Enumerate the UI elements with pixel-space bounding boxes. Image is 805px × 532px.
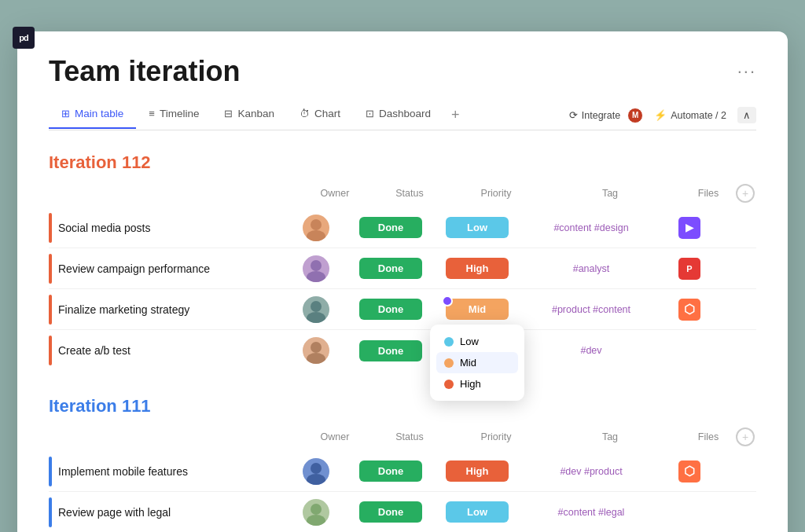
svg-point-5 xyxy=(307,312,325,323)
row-bar-orange xyxy=(49,213,52,243)
avatar xyxy=(303,296,329,323)
svg-point-2 xyxy=(311,260,322,271)
row-priority[interactable]: Mid Low Mid High xyxy=(434,299,520,320)
popup-item-low[interactable]: Low xyxy=(436,331,518,352)
status-badge: Done xyxy=(359,340,422,361)
table-row: Create a/b test Done Low #dev xyxy=(49,330,756,371)
avatar-m: M xyxy=(627,108,643,123)
row-priority[interactable]: Low xyxy=(434,501,520,523)
file-icon: ▶ xyxy=(678,217,700,239)
table-header-111: Owner Status Priority Tag Files + xyxy=(49,423,756,451)
tab-main-table[interactable]: ⊞ Main table xyxy=(49,101,136,129)
row-status[interactable]: Done xyxy=(347,501,434,523)
svg-point-10 xyxy=(311,504,322,515)
svg-point-9 xyxy=(307,474,325,485)
tag: #analyst xyxy=(573,263,610,274)
automate-button[interactable]: ⚡ Automate / 2 xyxy=(654,109,726,121)
task-name: Social media posts xyxy=(58,222,285,234)
iteration-111-header: Iteration 111 xyxy=(49,396,756,416)
row-tag: #content #legal xyxy=(520,507,662,518)
integrate-button[interactable]: ⟳ Integrate M xyxy=(569,108,643,123)
table-icon: ⊞ xyxy=(61,108,70,119)
priority-badge: High xyxy=(446,258,509,279)
col-tag-header: Tag xyxy=(539,188,681,199)
main-window: Team iteration ··· ⊞ Main table ≡ Timeli… xyxy=(17,31,788,532)
popup-item-mid[interactable]: Mid xyxy=(436,352,518,373)
popup-item-high[interactable]: High xyxy=(436,373,518,394)
col-tag-header: Tag xyxy=(539,431,681,442)
col-files-header: Files xyxy=(681,188,736,199)
priority-badge: High xyxy=(446,460,509,482)
col-status-header: Status xyxy=(366,188,453,199)
tag: #dev xyxy=(580,345,601,356)
avatar xyxy=(303,215,329,241)
svg-point-7 xyxy=(307,353,325,364)
row-bar-orange xyxy=(49,336,52,365)
iteration-111-section: Iteration 111 Owner Status Priority Tag … xyxy=(49,396,756,532)
priority-badge: Low xyxy=(446,501,509,523)
status-badge: Done xyxy=(359,299,422,320)
row-status[interactable]: Done xyxy=(347,460,434,482)
toolbar-right: ⟳ Integrate M ⚡ Automate / 2 ∧ xyxy=(569,107,756,123)
tab-main-table-label: Main table xyxy=(75,108,123,119)
row-owner xyxy=(285,337,347,364)
row-owner xyxy=(285,499,347,526)
row-owner xyxy=(285,255,347,282)
row-owner xyxy=(285,296,347,323)
tag: #dev #product xyxy=(560,466,622,477)
priority-popup: Low Mid High xyxy=(430,325,524,401)
col-add-header: + xyxy=(736,427,759,446)
task-name: Create a/b test xyxy=(58,344,285,357)
row-status[interactable]: Done xyxy=(347,258,434,279)
tab-add-button[interactable]: + xyxy=(443,101,468,130)
tab-chart-label: Chart xyxy=(314,108,340,119)
tag: #content #legal xyxy=(558,507,625,518)
more-button[interactable]: ··· xyxy=(737,61,756,82)
row-status[interactable]: Done xyxy=(347,340,434,361)
tab-dashboard-label: Dashboard xyxy=(379,108,431,119)
add-column-button-111[interactable]: + xyxy=(736,427,755,446)
tag: #content #design xyxy=(553,222,628,233)
row-tag: #product #content xyxy=(520,304,662,315)
app-logo: pd xyxy=(13,27,35,49)
add-column-button-112[interactable]: + xyxy=(736,184,755,203)
row-status[interactable]: Done xyxy=(347,217,434,238)
svg-point-4 xyxy=(311,301,322,312)
file-icon: ⬡ xyxy=(678,299,700,321)
dot-high xyxy=(444,380,454,389)
svg-point-1 xyxy=(307,230,325,241)
integrate-icon: ⟳ xyxy=(569,109,578,121)
dashboard-icon: ⊡ xyxy=(366,108,374,119)
col-owner-header: Owner xyxy=(303,431,366,442)
iteration-112-section: Iteration 112 Owner Status Priority Tag … xyxy=(49,152,756,371)
row-status[interactable]: Done xyxy=(347,299,434,320)
tab-kanban[interactable]: ⊟ Kanban xyxy=(211,101,287,129)
col-priority-header: Priority xyxy=(453,431,539,442)
table-row: Review campaign performance Done High #a… xyxy=(49,248,756,289)
collapse-button[interactable]: ∧ xyxy=(737,107,756,123)
status-badge: Done xyxy=(359,258,422,279)
col-add-header: + xyxy=(736,184,759,203)
automate-label: Automate / 2 xyxy=(671,110,726,121)
page-header: Team iteration ··· xyxy=(49,55,756,88)
table-row: Implement mobile features Done High #dev… xyxy=(49,451,756,492)
tab-dashboard[interactable]: ⊡ Dashboard xyxy=(353,101,443,129)
status-badge: Done xyxy=(359,460,422,482)
priority-badge: Low xyxy=(446,217,509,238)
tab-chart[interactable]: ⏱ Chart xyxy=(287,101,353,129)
row-tag: #analyst xyxy=(520,263,662,274)
svg-point-3 xyxy=(307,271,325,282)
row-priority[interactable]: Low xyxy=(434,217,520,238)
table-row: Social media posts Done Low #content #de… xyxy=(49,207,756,248)
iteration-112-header: Iteration 112 xyxy=(49,152,756,173)
avatar-group: M xyxy=(627,108,643,123)
chart-icon: ⏱ xyxy=(300,108,310,119)
tab-timeline-label: Timeline xyxy=(160,108,200,119)
timeline-icon: ≡ xyxy=(149,108,155,119)
row-priority[interactable]: High xyxy=(434,258,520,279)
table-row: Review page with legal Done Low #content… xyxy=(49,492,756,532)
tab-timeline[interactable]: ≡ Timeline xyxy=(136,101,211,129)
row-files: ▶ xyxy=(662,217,717,239)
row-priority[interactable]: High xyxy=(434,460,520,482)
table-row: Finalize marketing strategy Done Mid xyxy=(49,289,756,330)
